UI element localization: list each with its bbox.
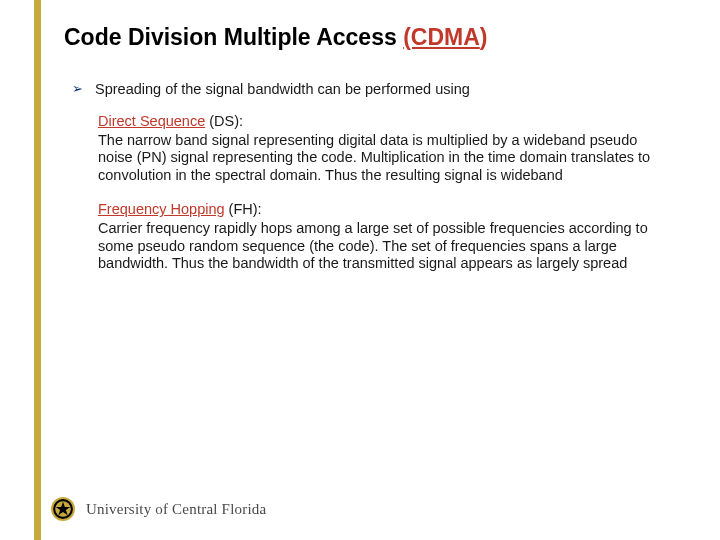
section-fh-label: Frequency Hopping — [98, 201, 225, 217]
section-ds: Direct Sequence (DS): The narrow band si… — [98, 112, 670, 185]
title-tail: ) — [480, 24, 488, 50]
section-ds-title: Direct Sequence (DS): — [98, 112, 670, 130]
section-fh-desc: Carrier frequency rapidly hops among a l… — [98, 220, 670, 273]
section-fh: Frequency Hopping (FH): Carrier frequenc… — [98, 200, 670, 273]
university-name: University of Central Florida — [86, 501, 266, 518]
bullet-text: Spreading of the signal bandwidth can be… — [95, 80, 470, 98]
section-ds-desc: The narrow band signal representing digi… — [98, 132, 670, 185]
section-ds-label-tail: (DS): — [205, 113, 243, 129]
bullet-row: ➢ Spreading of the signal bandwidth can … — [72, 80, 670, 98]
section-ds-label: Direct Sequence — [98, 113, 205, 129]
title-main: Code Division Multiple Access — [64, 24, 403, 50]
title-acronym: (CDMA — [403, 24, 480, 50]
section-fh-label-tail: (FH): — [225, 201, 262, 217]
slide-body: Code Division Multiple Access (CDMA) ➢ S… — [0, 0, 720, 540]
ucf-logo-icon — [50, 496, 76, 522]
footer: University of Central Florida — [50, 496, 266, 522]
slide-title: Code Division Multiple Access (CDMA) — [64, 24, 670, 52]
section-fh-title: Frequency Hopping (FH): — [98, 200, 670, 218]
bullet-marker-icon: ➢ — [72, 80, 83, 98]
